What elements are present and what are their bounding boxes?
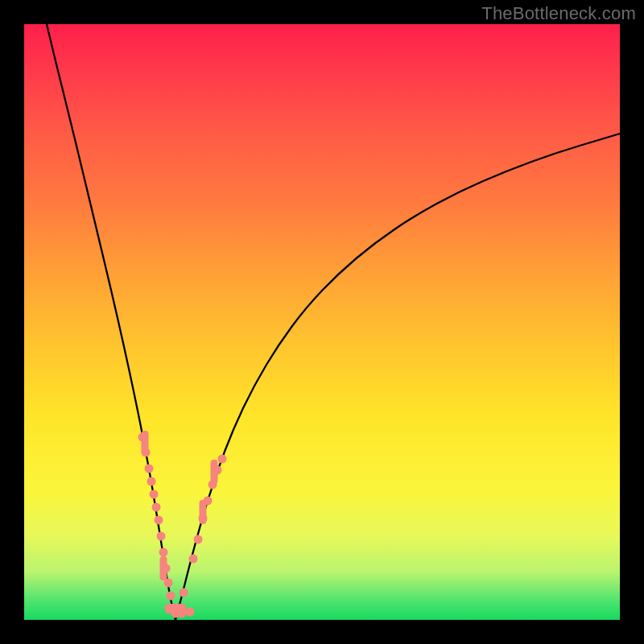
marker-dot — [178, 609, 187, 618]
marker-dot — [189, 555, 198, 564]
marker-dot — [152, 503, 161, 512]
marker-dot — [218, 455, 227, 464]
curve-svg — [24, 24, 620, 620]
marker-dot — [194, 535, 203, 544]
chart-frame: TheBottleneck.com — [0, 0, 644, 644]
marker-dot — [180, 588, 188, 597]
plot-area — [24, 24, 620, 620]
marker-dot — [199, 514, 208, 523]
marker-dot — [147, 477, 156, 486]
marker-dot — [164, 579, 173, 588]
watermark-text: TheBottleneck.com — [481, 3, 636, 24]
marker-dot — [162, 564, 171, 573]
marker-dot — [167, 592, 175, 601]
marker-dot — [208, 481, 217, 489]
marker-dot — [138, 433, 147, 442]
marker-dot — [204, 497, 213, 506]
marker-dot — [142, 448, 151, 457]
data-markers — [138, 431, 227, 618]
marker-dot — [159, 548, 168, 557]
marker-dot — [157, 532, 166, 541]
marker-dot — [186, 608, 195, 617]
marker-dot — [145, 464, 154, 473]
marker-dot — [213, 466, 222, 475]
bottleneck-curve — [47, 24, 620, 620]
marker-dot — [155, 516, 163, 525]
marker-dot — [150, 490, 159, 499]
